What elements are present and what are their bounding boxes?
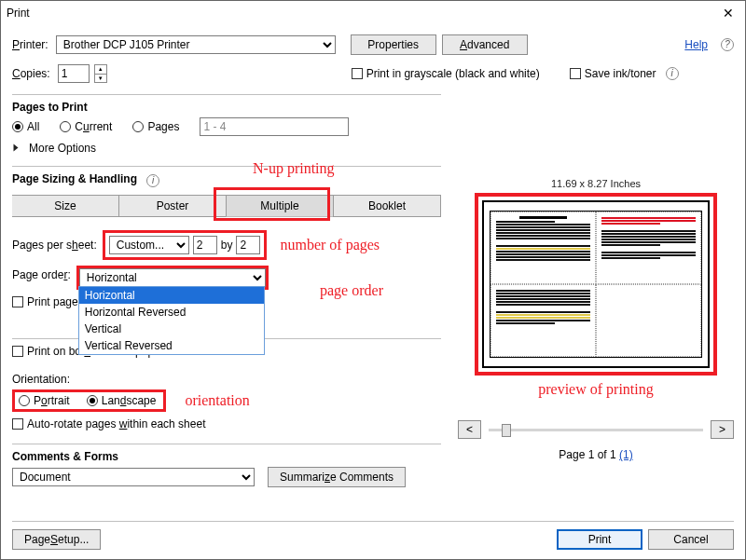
pages-to-print-section: Pages to Print All Current Pages (12, 92, 441, 155)
info-icon: i (146, 174, 159, 187)
pps-label: Pages per sheet: (12, 239, 97, 252)
dialog-footer: Page Setup... Print Cancel (1, 522, 745, 559)
sizing-tabs: Size Poster Multiple Booklet (12, 195, 441, 217)
titlebar: Print ✕ (1, 1, 745, 25)
preview-area: 11.69 x 8.27 Inches (458, 174, 734, 461)
tab-multiple[interactable]: Multiple (226, 195, 334, 217)
save-ink-checkbox[interactable]: Save ink/toner (570, 67, 656, 80)
info-icon: i (666, 67, 679, 80)
close-icon[interactable]: ✕ (719, 6, 738, 20)
preview-paper (482, 200, 710, 368)
help-icon[interactable]: ? (721, 38, 734, 51)
page-order-option[interactable]: Horizontal Reversed (79, 304, 264, 321)
annotation-preview: preview of printing (458, 381, 734, 398)
printer-label: Printer: (12, 38, 48, 51)
page-setup-button[interactable]: Page Setup... (12, 529, 101, 550)
window-title: Print (7, 7, 30, 20)
preview-page-indicator: Page 1 of 1 (1) (458, 448, 734, 461)
tab-size[interactable]: Size (12, 195, 119, 217)
copies-row: Copies: ▲▼ Print in grayscale (black and… (12, 64, 734, 83)
preview-total-link[interactable]: (1) (619, 448, 633, 461)
orientation-label: Orientation: (12, 373, 441, 386)
section-title: Pages to Print (12, 101, 441, 114)
tab-booklet[interactable]: Booklet (333, 195, 441, 217)
page-order-option[interactable]: Vertical Reversed (79, 337, 264, 354)
summarize-comments-button[interactable]: Summarize Comments (268, 467, 406, 487)
annotation-box (475, 193, 717, 376)
checkbox-icon (570, 68, 581, 79)
copies-input[interactable] (58, 64, 90, 83)
annotation-box: Custom... by (103, 230, 268, 260)
page-sizing-section: Page Sizing & Handling i N-up printing S… (12, 164, 441, 432)
comments-mode-select[interactable]: Document (12, 468, 255, 486)
comments-forms-section: Comments & Forms Document Summarize Comm… (12, 442, 441, 487)
left-column: Pages to Print All Current Pages (12, 92, 441, 521)
preview-prev-button[interactable]: < (458, 420, 481, 439)
preview-page (596, 284, 701, 357)
orientation-portrait-radio[interactable]: Portrait (19, 394, 70, 407)
advanced-button[interactable]: Advanced (442, 34, 528, 55)
annotation-box: Portrait Landscape (12, 389, 166, 412)
page-order-option[interactable]: Vertical (79, 321, 264, 337)
pages-current-radio[interactable]: Current (60, 120, 112, 133)
cancel-button[interactable]: Cancel (648, 529, 734, 550)
print-dialog: Print ✕ Printer: Brother DCP J105 Printe… (0, 0, 746, 560)
properties-button[interactable]: Properties (351, 34, 436, 55)
orientation-landscape-radio[interactable]: Landscape (87, 394, 157, 407)
print-button[interactable]: Print (557, 529, 642, 550)
annotation-box: Horizontal Horizontal Horizontal Reverse… (76, 266, 269, 290)
preview-dimensions: 11.69 x 8.27 Inches (458, 178, 734, 189)
help-link[interactable]: Help (684, 38, 708, 51)
chevron-right-icon (14, 144, 19, 152)
auto-rotate-checkbox[interactable]: Auto-rotate pages within each sheet (12, 417, 205, 430)
printer-select[interactable]: Brother DCP J105 Printer (56, 35, 336, 54)
tab-poster[interactable]: Poster (118, 195, 227, 217)
preview-slider[interactable] (489, 429, 703, 431)
more-options-toggle[interactable]: More Options (12, 142, 441, 155)
printer-row: Printer: Brother DCP J105 Printer Proper… (12, 34, 734, 55)
pps-rows-input[interactable] (236, 236, 260, 254)
copies-label: Copies: (12, 67, 50, 80)
page-order-option[interactable]: Horizontal (79, 287, 264, 304)
page-order-label: Page order: (12, 266, 71, 281)
pages-range-radio[interactable]: Pages (132, 120, 179, 133)
annotation-orientation: orientation (185, 392, 249, 409)
pps-mode-select[interactable]: Custom... (109, 236, 189, 254)
preview-page (490, 284, 596, 357)
grayscale-checkbox[interactable]: Print in grayscale (black and white) (352, 67, 540, 80)
preview-page (490, 212, 596, 284)
preview-next-button[interactable]: > (711, 420, 734, 439)
preview-nav: < > (458, 420, 734, 439)
pages-range-input[interactable] (200, 117, 349, 136)
preview-sheet (490, 211, 702, 358)
annotation-num-pages: number of pages (280, 237, 380, 253)
pages-all-radio[interactable]: All (12, 120, 39, 133)
right-column: 11.69 x 8.27 Inches (458, 92, 734, 521)
pps-cols-input[interactable] (193, 236, 217, 254)
section-title: Comments & Forms (12, 450, 441, 463)
page-order-dropdown: Horizontal Horizontal Reversed Vertical … (78, 286, 265, 355)
page-order-select[interactable]: Horizontal (79, 268, 266, 287)
copies-spinner[interactable]: ▲▼ (94, 64, 107, 83)
checkbox-icon (352, 68, 363, 79)
preview-page (596, 212, 701, 284)
section-title: Page Sizing & Handling (12, 172, 137, 185)
